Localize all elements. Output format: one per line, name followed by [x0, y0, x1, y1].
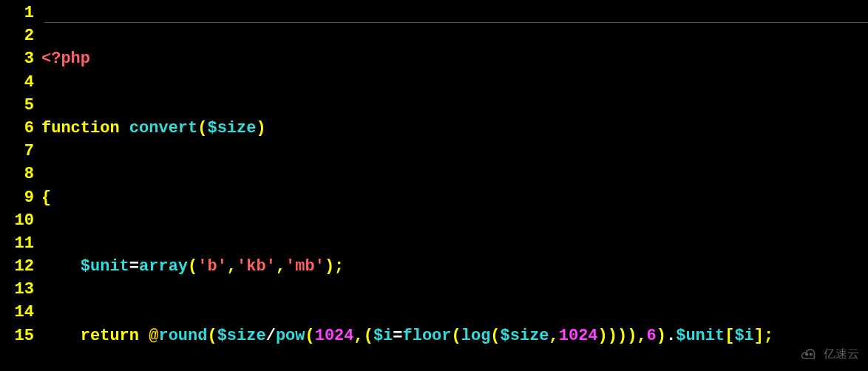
line-number: 5: [0, 94, 34, 117]
code-line: function convert($size): [41, 117, 868, 140]
watermark-text: 亿速云: [824, 347, 859, 364]
line-number: 14: [0, 301, 34, 324]
line-number: 6: [0, 117, 34, 140]
line-number: 8: [0, 163, 34, 186]
line-number: 7: [0, 140, 34, 163]
line-number: 2: [0, 24, 34, 47]
line-number: 11: [0, 232, 34, 255]
code-line: {: [41, 186, 868, 209]
watermark: 亿速云: [799, 344, 859, 365]
code-line: return @round($size/pow(1024,($i=floor(l…: [41, 324, 868, 347]
code-content[interactable]: <?php function convert($size) { $unit=ar…: [41, 1, 868, 371]
line-number: 12: [0, 255, 34, 278]
separator-line: [44, 22, 868, 23]
line-number: 10: [0, 209, 34, 232]
line-number: 1: [0, 1, 34, 24]
cloud-icon: [799, 344, 819, 365]
code-line: <?php: [41, 47, 868, 70]
line-number: 4: [0, 71, 34, 94]
svg-point-1: [810, 353, 812, 355]
line-number: 15: [0, 324, 34, 347]
line-number-gutter: 1 2 3 4 5 6 7 8 9 10 11 12 13 14 15: [0, 1, 41, 371]
line-number: 3: [0, 47, 34, 70]
svg-point-0: [806, 353, 808, 355]
code-editor[interactable]: 1 2 3 4 5 6 7 8 9 10 11 12 13 14 15 <?ph…: [0, 0, 868, 371]
line-number: 13: [0, 278, 34, 301]
code-line: $unit=array('b','kb','mb');: [41, 255, 868, 278]
line-number: 9: [0, 186, 34, 209]
